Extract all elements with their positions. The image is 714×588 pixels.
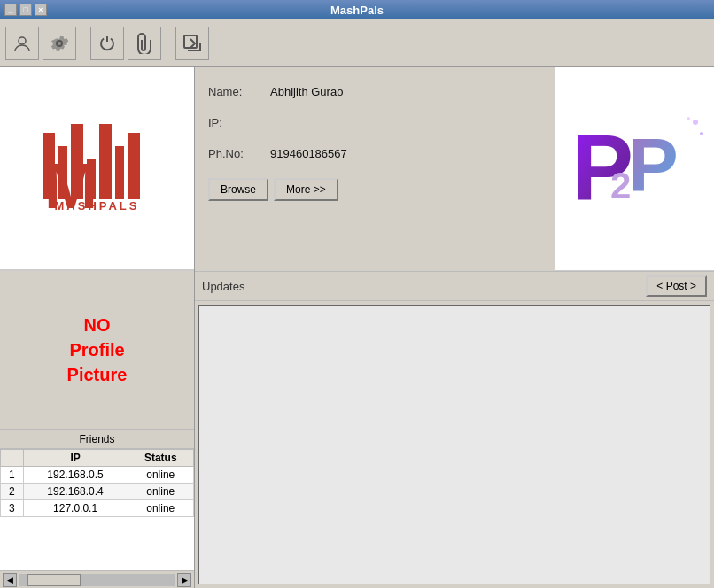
scroll-track[interactable]	[19, 574, 175, 586]
row-status: online	[128, 499, 193, 516]
svg-point-14	[693, 120, 698, 125]
col-num	[1, 449, 24, 466]
updates-content	[198, 305, 710, 584]
phone-label: Ph.No:	[208, 147, 261, 160]
table-row[interactable]: 1 192.168.0.5 online	[1, 466, 194, 483]
scroll-thumb[interactable]	[27, 574, 81, 586]
col-ip: IP	[23, 449, 128, 466]
no-profile-text: NOProfilePicture	[67, 313, 128, 387]
profile-picture-area: NOProfilePicture	[0, 271, 194, 430]
row-num: 3	[1, 499, 24, 516]
svg-rect-8	[128, 133, 140, 199]
ip-row: IP:	[208, 116, 541, 129]
svg-rect-1	[184, 35, 197, 48]
attach-toolbar-button[interactable]	[128, 27, 161, 60]
post-button[interactable]: < Post >	[646, 275, 707, 297]
ip-label: IP:	[208, 116, 261, 129]
user-toolbar-button[interactable]	[5, 27, 39, 60]
horizontal-scrollbar[interactable]: ◀ ▶	[0, 570, 194, 588]
row-num: 1	[1, 466, 24, 483]
updates-label: Updates	[202, 280, 244, 293]
row-ip: 127.0.0.1	[23, 499, 128, 516]
phone-value: 919460186567	[270, 147, 347, 160]
svg-text:M: M	[44, 151, 97, 213]
table-row[interactable]: 3 127.0.0.1 online	[1, 499, 194, 516]
svg-rect-6	[99, 124, 112, 199]
minimize-button[interactable]: _	[4, 4, 17, 16]
left-panel: M MASHPALS NOProfilePicture Friends	[0, 67, 195, 588]
export-toolbar-button[interactable]	[175, 27, 209, 60]
scroll-right-arrow[interactable]: ▶	[177, 573, 191, 587]
row-status: online	[128, 466, 193, 483]
name-label: Name:	[208, 85, 261, 98]
logo-area: M MASHPALS	[0, 67, 194, 271]
row-num: 2	[1, 483, 24, 499]
title-bar: _ □ × MashPals	[0, 0, 714, 19]
name-value: Abhijith Gurao	[270, 85, 343, 98]
svg-point-15	[700, 132, 703, 135]
table-row[interactable]: 2 192.168.0.4 online	[1, 483, 194, 499]
window-controls[interactable]: _ □ ×	[4, 4, 47, 16]
maximize-button[interactable]: □	[19, 4, 32, 16]
friends-header: Friends	[0, 430, 194, 449]
more-button[interactable]: More >>	[274, 178, 338, 201]
col-status: Status	[128, 449, 193, 466]
main-content: M MASHPALS NOProfilePicture Friends	[0, 67, 714, 588]
browse-button[interactable]: Browse	[208, 178, 268, 201]
svg-point-0	[19, 37, 26, 44]
row-ip: 192.168.0.4	[23, 483, 128, 499]
top-right: Name: Abhijith Gurao IP: Ph.No: 91946018…	[195, 67, 714, 271]
toolbar	[0, 19, 714, 67]
info-area: Name: Abhijith Gurao IP: Ph.No: 91946018…	[195, 67, 555, 271]
window-title: MashPals	[330, 4, 384, 17]
updates-header: Updates < Post >	[195, 272, 714, 301]
updates-section: Updates < Post >	[195, 271, 714, 588]
friends-table: IP Status 1 192.168.0.5 online2 192.168.…	[0, 449, 194, 517]
scroll-left-arrow[interactable]: ◀	[3, 573, 17, 587]
svg-rect-7	[115, 146, 124, 199]
name-row: Name: Abhijith Gurao	[208, 85, 541, 98]
svg-text:P: P	[628, 123, 679, 207]
brand-logo: M MASHPALS	[27, 115, 168, 221]
svg-point-16	[687, 117, 690, 120]
right-panel: Name: Abhijith Gurao IP: Ph.No: 91946018…	[195, 67, 714, 588]
p2p-logo-area: P 2 P	[555, 67, 714, 271]
phone-row: Ph.No: 919460186567	[208, 147, 541, 160]
power-toolbar-button[interactable]	[90, 27, 124, 60]
close-button[interactable]: ×	[35, 4, 47, 16]
row-status: online	[128, 483, 193, 499]
settings-toolbar-button[interactable]	[43, 27, 76, 60]
friends-section: Friends IP Status 1 192.168.0.5	[0, 430, 194, 589]
row-ip: 192.168.0.5	[23, 466, 128, 483]
friends-table-wrapper[interactable]: IP Status 1 192.168.0.5 online2 192.168.…	[0, 449, 194, 571]
action-buttons: Browse More >>	[208, 178, 541, 201]
